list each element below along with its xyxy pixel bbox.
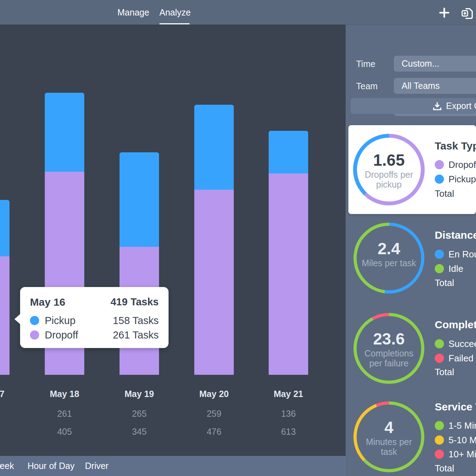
pickup-legend-dot (435, 175, 444, 184)
axis-column-may-18: May 18261405 (27, 389, 102, 437)
tooltip-series-label: Dropoff (45, 329, 78, 341)
bar-may-17-pickup[interactable] (0, 200, 10, 256)
legend-label: Dropoff (448, 160, 476, 170)
filter-select-time[interactable]: Custom... (394, 56, 476, 72)
legend-label: Idle (448, 264, 463, 274)
tooltip-total: 419 Tasks (110, 296, 159, 308)
export-button-label: Export CSV (446, 98, 476, 114)
download-icon (432, 101, 442, 111)
analytics-dashboard: ManageAnalyze May 17May 18261405May 1926… (0, 0, 476, 476)
pickup-series-dot (30, 316, 39, 325)
donut-center-text: 4Minutes per task (357, 419, 421, 457)
tooltip-series-label: Pickup (45, 315, 75, 327)
chart-tooltip: May 16 419 Tasks Pickup158 TasksDropoff2… (20, 287, 169, 348)
table-value-row1: 259 (177, 409, 251, 419)
tooltip-date: May 16 (30, 296, 65, 308)
axis-column-may-19: May 19265345 (102, 389, 177, 437)
bar-may-20-dropoff[interactable] (194, 190, 234, 375)
bottom-tab-day-of-week[interactable]: Day of Week (0, 456, 14, 476)
donut-center-text: 23.6Completions per failure (357, 330, 421, 368)
bar-may-21-dropoff[interactable] (269, 173, 308, 375)
card-title: Completion (435, 319, 476, 331)
card-title: Task Types (435, 140, 476, 152)
card-title: Service Time (435, 401, 476, 413)
table-value-row2: 345 (102, 427, 177, 437)
donut-center-text: 1.65Dropoffs per pickup (357, 151, 421, 189)
bottom-tab-driver[interactable]: Driver (85, 456, 109, 476)
top-nav: ManageAnalyze (0, 0, 476, 25)
axis-column-may-21: May 21136613 (251, 389, 326, 437)
dropoff-legend-dot (435, 160, 444, 169)
x-axis-label: May 17 (0, 389, 27, 399)
filter-label-team: Team (356, 81, 378, 91)
legend-label: 1-5 Minutes (448, 421, 476, 431)
en-route-legend-dot (435, 250, 444, 259)
card-title: Distance (435, 229, 476, 241)
succeeded-legend-dot (435, 339, 444, 348)
dropoff-series-dot (30, 330, 39, 340)
table-value-row1: 136 (251, 409, 326, 419)
table-value-row1: 265 (102, 409, 177, 419)
bar-may-20-pickup[interactable] (194, 105, 234, 190)
stat-card-distance[interactable]: 2.4Miles per taskDistanceEn RouteIdleTot… (348, 218, 476, 307)
card-total-label: Total (435, 277, 454, 288)
tooltip-series-value: 158 Tasks (113, 315, 159, 327)
x-axis-label: May 19 (102, 389, 177, 399)
stat-card-completion[interactable]: 23.6Completions per failureCompletionSuc… (348, 307, 476, 396)
legend-label: Pickup (448, 174, 476, 184)
failed-legend-dot (435, 354, 444, 363)
legend-label: 10+ Minutes (448, 449, 476, 459)
metric-value: 2.4 (357, 240, 421, 257)
nav-tab-analyze[interactable]: Analyze (159, 0, 190, 25)
table-value-row2: 476 (177, 427, 251, 437)
bar-may-19-pickup[interactable] (120, 152, 159, 247)
filter-select-team[interactable]: All Teams (394, 78, 476, 94)
plus-icon[interactable] (438, 6, 451, 19)
bar-may-18-pickup[interactable] (45, 93, 84, 172)
stat-card-task-types[interactable]: 1.65Dropoffs per pickupTask TypesDropoff… (348, 125, 476, 214)
tasks-bar-chart: May 17May 18261405May 19265345May 202594… (0, 25, 346, 456)
legend-label: En Route (448, 249, 476, 259)
card-total-label: Total (435, 367, 454, 378)
active-tab-underline (159, 23, 190, 24)
x-axis-label: May 21 (251, 389, 326, 399)
bar-may-21-pickup[interactable] (269, 131, 308, 173)
legend-label: 5-10 Minutes (448, 435, 476, 445)
legend-label: Succeeded (448, 339, 476, 349)
import-icon[interactable] (460, 6, 474, 19)
5-10-minutes-legend-dot (435, 435, 444, 445)
filters-and-stats-panel: TimeCustom...TeamAll TeamsDriverAll Driv… (346, 25, 476, 476)
table-value-row2: 613 (251, 427, 326, 437)
chart-mode-bar: Day of WeekHour of DayDriver (0, 456, 346, 476)
card-total-label: Total (435, 188, 454, 199)
metric-unit: Miles per task (357, 258, 421, 268)
x-axis-label: May 18 (27, 389, 102, 399)
table-value-row2: 405 (27, 427, 102, 437)
bar-may-17-dropoff[interactable] (0, 256, 10, 375)
x-axis-label: May 20 (177, 389, 251, 399)
tooltip-row-dropoff: Dropoff261 Tasks (30, 329, 159, 341)
10+-minutes-legend-dot (435, 450, 444, 459)
bottom-tab-hour-of-day[interactable]: Hour of Day (28, 456, 74, 476)
idle-legend-dot (435, 264, 444, 273)
metric-value: 4 (357, 419, 421, 436)
metric-value: 23.6 (357, 330, 421, 348)
1-5-minutes-legend-dot (435, 421, 444, 430)
metric-unit: Completions per failure (357, 348, 421, 368)
axis-column-may-17: May 17 (0, 389, 27, 409)
tooltip-arrow (14, 314, 20, 324)
table-value-row1: 261 (27, 409, 102, 419)
metric-unit: Dropoffs per pickup (357, 170, 421, 189)
metric-value: 1.65 (357, 151, 421, 169)
nav-tab-manage[interactable]: Manage (117, 0, 149, 25)
stat-card-service-time[interactable]: 4Minutes per taskService Time1-5 Minutes… (348, 396, 476, 476)
filter-label-time: Time (356, 59, 376, 69)
export-button[interactable]: Export CSV (350, 98, 476, 114)
card-total-label: Total (435, 463, 454, 474)
metric-unit: Minutes per task (357, 437, 421, 457)
tooltip-series-value: 261 Tasks (113, 329, 159, 341)
donut-center-text: 2.4Miles per task (357, 240, 421, 268)
tooltip-row-pickup: Pickup158 Tasks (30, 315, 159, 326)
legend-label: Failed (448, 353, 474, 363)
axis-column-may-20: May 20259476 (177, 389, 251, 437)
